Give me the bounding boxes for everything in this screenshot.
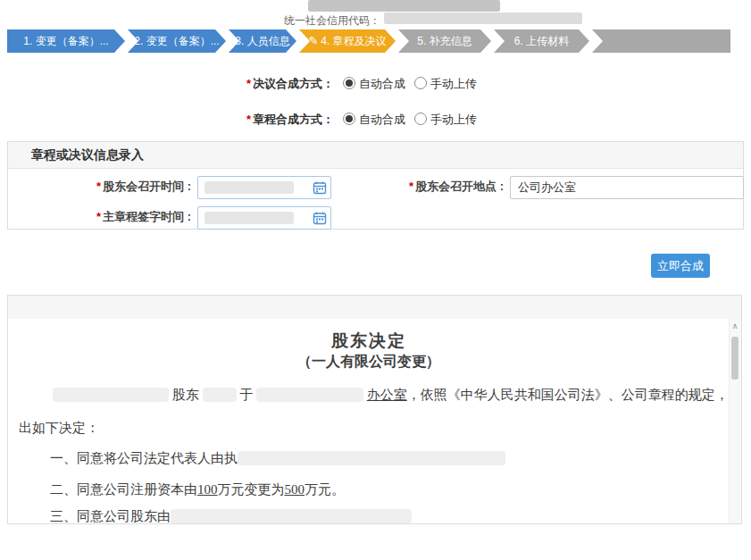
entry-section-title: 章程或决议信息录入	[8, 142, 743, 169]
meeting-place-label: *股东会召开地点 :	[321, 179, 504, 195]
radio-auto-synthesis-selected[interactable]	[343, 113, 355, 125]
meeting-time-label: *股东会召开时间 :	[8, 179, 191, 195]
redacted-shareholder-change	[171, 509, 412, 523]
document-subtitle: （一人有限公司变更）	[8, 353, 730, 372]
document-panel-header	[7, 295, 742, 320]
credit-code-label: 统一社会信用代码：	[284, 13, 380, 29]
articles-synthesis-label: 章程合成方式：	[253, 113, 334, 126]
step-label: 3. 人员信息	[235, 35, 289, 47]
document-paragraph-line1: 股东 于 办公室，依照《中华人民共和国公司法》、公司章程的规定，作	[53, 386, 742, 405]
step-bar-trailing	[592, 29, 730, 53]
radio-option-label[interactable]: 手动上传	[430, 113, 477, 126]
document-item-3: 三、同意公司股东由	[50, 507, 412, 524]
radio-manual-upload[interactable]	[414, 77, 427, 89]
redacted-date	[256, 388, 363, 402]
radio-option-label[interactable]: 手动上传	[430, 77, 477, 90]
step-3-personnel-info[interactable]: 3. 人员信息	[229, 29, 296, 53]
pencil-icon: ✎	[308, 34, 318, 47]
sign-time-label: *主章程签字时间 :	[8, 209, 191, 225]
articles-synthesis-row: *章程合成方式：自动合成手动上传	[246, 111, 477, 129]
radio-option-label[interactable]: 自动合成	[359, 113, 405, 126]
page: 统一社会信用代码： 1. 变更（备案）... 2. 变更（备案）... 3. 人…	[0, 0, 751, 560]
required-marker: *	[246, 113, 251, 126]
resolution-synthesis-row: *决议合成方式：自动合成手动上传	[246, 75, 477, 93]
redacted-date-value	[204, 212, 294, 224]
document-item-2: 二、同意公司注册资本由100万元变更为500万元。	[50, 481, 345, 499]
redacted-shareholder-name	[203, 388, 237, 402]
document-preview: 股东决定 （一人有限公司变更） 股东 于 办公室，依照《中华人民共和国公司法》、…	[7, 319, 742, 524]
document-paragraph-line2: 出如下决定：	[19, 419, 99, 438]
document-item-1: 一、同意将公司法定代表人由执	[50, 449, 505, 468]
scrollbar-up-arrow[interactable]: ∧	[730, 321, 740, 331]
calendar-icon[interactable]	[313, 211, 327, 225]
redacted-company-name	[308, 0, 500, 12]
document-title: 股东决定	[8, 330, 730, 353]
document-scrollbar[interactable]: ∧	[729, 319, 741, 523]
scrollbar-thumb[interactable]	[731, 337, 738, 380]
resolution-synthesis-label: 决议合成方式：	[253, 77, 334, 90]
step-label: 5. 补充信息	[417, 35, 471, 47]
radio-auto-synthesis-selected[interactable]	[343, 77, 355, 89]
required-marker: *	[246, 77, 251, 90]
sign-time-input[interactable]	[197, 206, 331, 230]
step-label: 1. 变更（备案）...	[23, 35, 108, 47]
required-marker: *	[409, 180, 413, 193]
required-marker: *	[96, 180, 101, 193]
redacted-credit-code-value	[384, 13, 582, 24]
step-1-change-filing[interactable]: 1. 变更（备案）...	[7, 29, 125, 53]
step-4-articles-resolution[interactable]: ✎4. 章程及决议	[299, 29, 396, 53]
meeting-place-input[interactable]: 公司办公室	[510, 176, 744, 199]
redacted-legal-rep-change	[238, 451, 505, 465]
required-marker: *	[96, 210, 101, 223]
step-2-change-filing[interactable]: 2. 变更（备案）...	[128, 29, 226, 53]
step-label: 4. 章程及决议	[321, 35, 386, 47]
redacted-company-name	[53, 388, 169, 402]
radio-option-label[interactable]: 自动合成	[359, 77, 405, 90]
entry-section: 章程或决议信息录入 *股东会召开时间 : *股东会召开地点 : 公司办公室 *主…	[7, 141, 744, 230]
synthesize-now-button[interactable]: 立即合成	[651, 254, 710, 278]
step-label: 2. 变更（备案）...	[134, 35, 219, 47]
step-5-supplementary-info[interactable]: 5. 补充信息	[398, 29, 491, 53]
meeting-time-input[interactable]	[197, 176, 331, 199]
step-6-upload-materials[interactable]: 6. 上传材料	[494, 29, 589, 53]
step-label: 6. 上传材料	[514, 35, 569, 47]
radio-manual-upload[interactable]	[414, 113, 427, 125]
redacted-date-value	[204, 181, 294, 194]
